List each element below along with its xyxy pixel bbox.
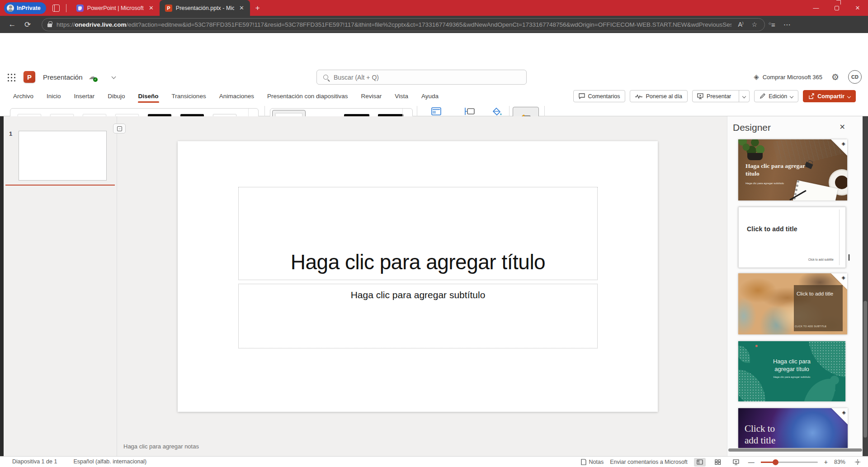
inprivate-label: InPrivate	[17, 5, 41, 11]
design-suggestion-nebula[interactable]: Click toadd title ◈	[738, 408, 848, 448]
menu-tab-vista[interactable]: Vista	[394, 90, 409, 103]
browser-tab-bar: InPrivate PowerPoint | Microsoft 365 ✕ P…	[0, 0, 868, 16]
refresh-icon[interactable]: ⟳	[20, 20, 35, 29]
menu-tab-archivo[interactable]: Archivo	[13, 90, 34, 103]
microsoft-365-icon	[76, 5, 84, 12]
account-avatar[interactable]: CD	[848, 70, 862, 84]
title-placeholder[interactable]: Haga clic para agregar título	[238, 187, 598, 280]
menu-tab-presentación-con-diapositivas[interactable]: Presentación con diapositivas	[267, 90, 349, 103]
document-title[interactable]: Presentación	[43, 73, 83, 81]
menu-tab-revisar[interactable]: Revisar	[361, 90, 382, 103]
browser-menu-icon[interactable]: ⋯	[783, 20, 791, 29]
browser-tab-presentation[interactable]: P Presentación.pptx - Microsoft Pow ✕	[160, 0, 250, 16]
favorite-star-icon[interactable]: ☆	[750, 21, 759, 28]
office-chrome: P Presentación ☁✓ Buscar (Alt + Q) ◈ Com…	[0, 33, 868, 116]
notes-toggle[interactable]: Notas	[589, 459, 604, 465]
menu-tab-transiciones[interactable]: Transiciones	[171, 90, 207, 103]
slide-thumbnail-indicator	[5, 185, 115, 186]
text-cursor	[849, 254, 849, 261]
present-split-button[interactable]: Presentar	[692, 90, 750, 102]
slide-thumbnail[interactable]	[19, 131, 107, 181]
buy-microsoft365-link[interactable]: ◈ Comprar Microsoft 365	[754, 73, 822, 81]
suggestion-subtitle: CLICK TO ADD SUBTITLE	[795, 325, 836, 328]
catch-up-button[interactable]: Ponerse al día	[630, 90, 688, 102]
suggestion-title: Click to add title	[747, 225, 797, 233]
slide-sorter-view-button[interactable]	[712, 458, 724, 467]
menu-tab-animaciones[interactable]: Animaciones	[219, 90, 255, 103]
window-controls: — ✕	[806, 0, 868, 16]
browser-address-bar: ← ⟳ https://onedrive.live.com/edit?actio…	[0, 16, 868, 33]
scrollbar-thumb[interactable]	[863, 301, 867, 438]
powerpoint-web-app: InPrivate PowerPoint | Microsoft 365 ✕ P…	[0, 0, 868, 467]
thumbnail-divider-line	[839, 210, 840, 265]
settings-gear-icon[interactable]: ⚙	[831, 72, 839, 82]
lock-icon	[47, 24, 52, 27]
address-bar-actions: ≡☆ ⋯	[771, 20, 791, 29]
notes-placeholder[interactable]: Haga clic para agregar notas	[123, 443, 199, 450]
url-bar[interactable]: https://onedrive.live.com/edit?action=ed…	[42, 18, 765, 31]
zoom-slider-knob[interactable]	[773, 459, 778, 465]
tab-actions-icon[interactable]	[52, 5, 60, 12]
new-tab-button[interactable]: +	[255, 4, 260, 13]
suggestion-title: Haga clic para agregar título	[745, 162, 813, 177]
horizontal-scrollbar[interactable]	[728, 448, 862, 452]
editing-mode-button[interactable]: Edición	[754, 90, 798, 102]
close-button[interactable]: ✕	[847, 0, 868, 16]
minimize-button[interactable]: —	[806, 0, 826, 16]
back-icon[interactable]: ←	[5, 20, 20, 29]
slide-thumbnail-number: 1	[9, 130, 12, 137]
design-suggestion-desk[interactable]: Haga clic para agregar título Haga clic …	[738, 139, 847, 200]
menu-tab-dibujo[interactable]: Dibujo	[107, 90, 125, 103]
subtitle-placeholder[interactable]: Haga clic para agregar subtítulo	[238, 284, 598, 348]
status-bar: Diapositiva 1 de 1 Español (alfab. inter…	[0, 456, 868, 467]
slideshow-view-button[interactable]	[730, 458, 742, 467]
suggestion-title: Haga clic paraagregar título	[738, 357, 845, 373]
design-suggestion-green[interactable]: Haga clic paraagregar título Haga clic p…	[738, 341, 845, 401]
restore-button[interactable]	[826, 0, 847, 16]
leaf-shape	[738, 370, 765, 401]
slide-canvas[interactable]: Haga clic para agregar título Haga clic …	[178, 141, 658, 412]
zoom-in-button[interactable]: +	[824, 458, 828, 466]
accent-dot	[755, 345, 758, 347]
design-suggestion-marble[interactable]: Click to add title CLICK TO ADD SUBTITLE…	[738, 273, 847, 334]
suggestion-title: Click to add title	[797, 291, 835, 297]
tab-close-icon[interactable]: ✕	[238, 5, 245, 11]
share-button[interactable]: Compartir	[803, 90, 856, 102]
close-designer-icon[interactable]: ✕	[840, 123, 845, 131]
menu-tab-insertar[interactable]: Insertar	[74, 90, 95, 103]
zoom-out-button[interactable]: —	[748, 458, 755, 466]
tab-separator	[66, 4, 66, 12]
header-right: ◈ Comprar Microsoft 365 ⚙ CD	[754, 70, 862, 84]
app-launcher-icon[interactable]	[6, 72, 15, 81]
panel-divider	[117, 116, 117, 456]
title-chevron-icon[interactable]	[112, 75, 116, 79]
feedback-link[interactable]: Enviar comentarios a Microsoft	[610, 459, 688, 465]
normal-view-button[interactable]	[694, 458, 706, 467]
window-edge	[0, 116, 4, 456]
menu-tab-inicio[interactable]: Inicio	[46, 90, 61, 103]
fit-to-window-button[interactable]	[852, 458, 863, 467]
accent-dot	[833, 389, 835, 391]
vertical-scrollbar[interactable]	[863, 116, 868, 456]
powerpoint-icon: P	[165, 5, 172, 12]
read-aloud-icon[interactable]: A)	[736, 21, 745, 28]
tab-close-icon[interactable]: ✕	[147, 5, 155, 11]
browser-tab-powerpoint-home[interactable]: PowerPoint | Microsoft 365 ✕	[71, 0, 160, 16]
search-placeholder: Buscar (Alt + Q)	[334, 74, 379, 81]
collapse-pane-button[interactable]	[113, 124, 126, 133]
search-icon	[323, 75, 328, 80]
slide-count-status: Diapositiva 1 de 1	[12, 458, 57, 465]
comments-button[interactable]: Comentarios	[573, 90, 626, 102]
powerpoint-logo[interactable]: P	[24, 71, 35, 83]
menu-tab-ayuda[interactable]: Ayuda	[421, 90, 439, 103]
language-status[interactable]: Español (alfab. internacional)	[73, 458, 146, 465]
present-dropdown[interactable]	[739, 91, 749, 102]
present-button[interactable]: Presentar	[693, 91, 736, 102]
favorites-bar-icon[interactable]: ≡☆	[771, 21, 775, 29]
tab-title: Presentación.pptx - Microsoft Pow	[176, 5, 234, 11]
design-suggestion-plain[interactable]: Click to add title Click to add subtitle	[738, 207, 846, 268]
menu-tab-diseño[interactable]: Diseño	[138, 90, 159, 103]
search-box[interactable]: Buscar (Alt + Q)	[316, 70, 527, 85]
zoom-level[interactable]: 83%	[834, 459, 845, 465]
zoom-slider[interactable]	[761, 462, 818, 463]
